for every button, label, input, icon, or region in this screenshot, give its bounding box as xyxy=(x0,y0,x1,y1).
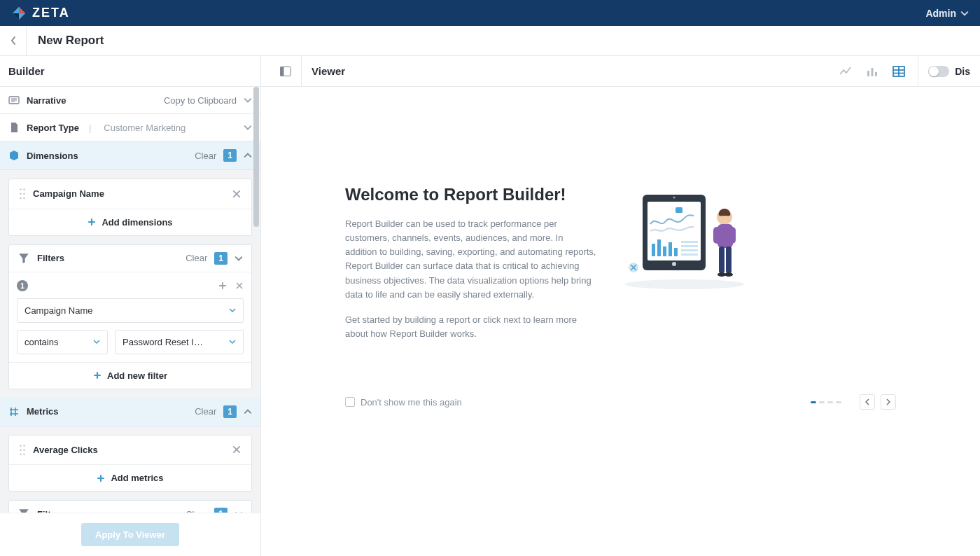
svg-rect-45 xyxy=(713,227,720,244)
remove-icon[interactable] xyxy=(232,189,241,199)
metric-filters-count-badge: 1 xyxy=(214,508,227,513)
dimension-filters-clear-link[interactable]: Clear xyxy=(186,253,207,263)
filter-operator-select[interactable]: contains xyxy=(17,330,108,354)
dont-show-checkbox[interactable]: Don't show me this again xyxy=(345,397,462,408)
chevron-right-icon xyxy=(886,398,891,405)
plus-icon xyxy=(97,474,105,482)
page-title: New Report xyxy=(38,34,104,48)
copy-clipboard-link[interactable]: Copy to Clipboard xyxy=(164,95,237,106)
filter-field-select[interactable]: Campaign Name xyxy=(17,298,244,323)
svg-rect-42 xyxy=(676,207,682,213)
display-toggle-cell: Dis xyxy=(918,56,980,86)
metrics-label: Metrics xyxy=(27,406,59,417)
carousel-prev-button[interactable] xyxy=(860,394,875,410)
cube-icon xyxy=(8,150,20,161)
bar-chart-mode[interactable] xyxy=(866,66,878,77)
svg-rect-37 xyxy=(674,248,678,256)
metrics-section-header[interactable]: Metrics Clear 1 xyxy=(0,398,260,426)
filter-field-value: Campaign Name xyxy=(24,305,93,316)
scrollbar[interactable] xyxy=(252,87,260,513)
filter-value-value: Password Reset Instructio... xyxy=(122,337,206,347)
brand-logo-icon xyxy=(11,6,27,21)
chevron-down-icon xyxy=(244,123,252,132)
svg-rect-46 xyxy=(729,227,736,244)
svg-point-11 xyxy=(20,197,22,200)
display-toggle[interactable] xyxy=(928,66,949,77)
metric-item[interactable]: Average Clicks xyxy=(9,436,251,466)
add-metric-button[interactable]: Add metrics xyxy=(9,465,251,491)
metrics-body: Average Clicks Add metrics Filters xyxy=(0,426,260,513)
dimensions-section-header[interactable]: Dimensions Clear 1 xyxy=(0,141,260,170)
line-chart-mode[interactable] xyxy=(839,66,852,77)
svg-point-32 xyxy=(672,262,676,266)
metric-filters-header[interactable]: Filters Clear 1 xyxy=(9,501,251,513)
add-metric-label: Add metrics xyxy=(111,473,163,483)
narrative-label: Narrative xyxy=(27,95,66,106)
chevron-left-icon xyxy=(864,398,870,405)
filter-operator-value: contains xyxy=(24,337,58,347)
dimensions-count-badge: 1 xyxy=(223,149,237,162)
dimensions-clear-link[interactable]: Clear xyxy=(195,151,216,161)
svg-point-50 xyxy=(724,272,733,277)
table-mode[interactable] xyxy=(892,66,905,77)
line-chart-icon xyxy=(839,66,852,77)
viewer-title: Viewer xyxy=(312,65,345,77)
table-icon xyxy=(892,66,905,77)
checkbox-icon xyxy=(345,397,355,407)
narrative-section[interactable]: Narrative Copy to Clipboard xyxy=(0,87,260,114)
welcome-heading: Welcome to Report Builder! xyxy=(345,185,597,204)
drag-handle-icon[interactable] xyxy=(19,188,26,200)
dimension-filters-header[interactable]: Filters Clear 1 xyxy=(9,245,251,272)
metric-filters-clear-link[interactable]: Clear xyxy=(186,509,207,513)
svg-point-18 xyxy=(23,453,25,455)
plus-icon[interactable] xyxy=(218,282,227,290)
carousel-dot-4[interactable] xyxy=(836,401,841,403)
carousel-dot-2[interactable] xyxy=(819,401,825,403)
carousel-next-button[interactable] xyxy=(881,394,896,410)
drag-handle-icon[interactable] xyxy=(19,444,26,457)
title-bar: New Report xyxy=(0,26,980,56)
user-menu[interactable]: Admin xyxy=(925,8,969,19)
builder-header: Builder xyxy=(0,56,260,87)
svg-rect-23 xyxy=(875,72,877,76)
svg-rect-39 xyxy=(681,245,698,247)
chevron-down-icon xyxy=(244,96,252,104)
add-filter-button[interactable]: Add new filter xyxy=(9,362,251,389)
svg-point-10 xyxy=(23,193,25,195)
metrics-clear-link[interactable]: Clear xyxy=(195,406,216,417)
carousel-dot-3[interactable] xyxy=(827,401,833,403)
metric-filters-card: Filters Clear 1 xyxy=(8,500,252,513)
svg-point-8 xyxy=(23,188,25,190)
dimensions-card: Campaign Name Add dimensions xyxy=(8,179,252,236)
display-toggle-label: Dis xyxy=(955,66,970,77)
svg-point-28 xyxy=(625,279,744,289)
add-dimension-button[interactable]: Add dimensions xyxy=(9,209,251,235)
dimension-item[interactable]: Campaign Name xyxy=(9,179,251,209)
viewer-panel: Viewer Dis Welcome to Re xyxy=(261,56,980,556)
metric-item-label: Average Clicks xyxy=(33,445,98,455)
svg-rect-36 xyxy=(668,242,672,256)
remove-icon[interactable] xyxy=(232,445,241,454)
chevron-down-icon xyxy=(234,254,243,263)
welcome-paragraph-1: Report Builder can be used to track perf… xyxy=(345,217,597,302)
document-icon xyxy=(8,122,20,133)
report-type-section[interactable]: Report Type | Customer Marketing xyxy=(0,114,260,141)
collapse-builder-button[interactable] xyxy=(270,56,302,86)
add-dimension-label: Add dimensions xyxy=(102,217,172,228)
user-label: Admin xyxy=(925,8,956,19)
chevron-left-icon xyxy=(10,36,17,46)
filter-value-select[interactable]: Password Reset Instructio... xyxy=(115,330,244,354)
svg-point-7 xyxy=(20,188,22,190)
carousel-dot-1[interactable] xyxy=(811,401,816,403)
back-button[interactable] xyxy=(0,26,27,55)
remove-icon[interactable] xyxy=(235,282,244,290)
dimensions-body: Campaign Name Add dimensions Filters xyxy=(0,170,260,398)
metrics-card: Average Clicks Add metrics xyxy=(8,435,252,492)
add-filter-label: Add new filter xyxy=(107,370,167,381)
apply-to-viewer-button[interactable]: Apply To Viewer xyxy=(81,523,179,546)
funnel-icon xyxy=(18,508,30,513)
illustration-icon xyxy=(618,185,751,290)
scrollbar-thumb[interactable] xyxy=(253,87,259,227)
svg-point-17 xyxy=(20,453,22,455)
svg-rect-41 xyxy=(681,253,698,256)
